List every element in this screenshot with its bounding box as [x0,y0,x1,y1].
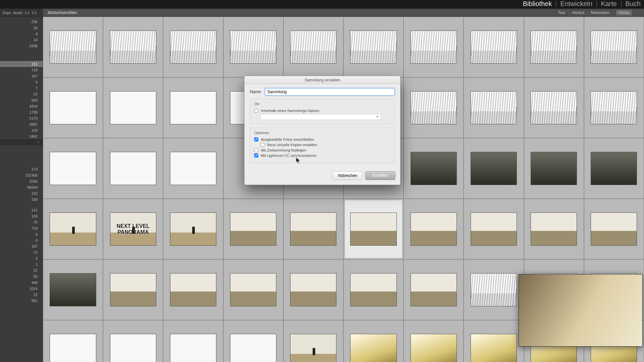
count-row[interactable]: 8 [0,79,43,85]
count-row[interactable]: 132 [0,190,43,196]
grid-cell[interactable] [464,199,524,259]
grid-cell[interactable] [163,199,223,259]
count-row[interactable]: 2 [0,255,43,261]
grid-cell[interactable] [464,77,524,138]
thumbnail[interactable] [591,31,637,63]
thumbnail[interactable] [531,91,577,124]
grid-cell[interactable] [404,77,464,138]
grid-cell[interactable] [43,138,103,199]
thumbnail[interactable] [350,213,396,245]
thumbnail[interactable] [471,213,517,245]
hdr-expo[interactable]: Expo [3,9,11,16]
count-row[interactable]: 7 [0,85,43,91]
create-button[interactable]: Erstellen [365,171,395,180]
grid-cell[interactable] [103,138,163,199]
thumbnail[interactable] [531,152,577,185]
grid-cell[interactable] [283,259,343,320]
thumbnail[interactable] [170,334,216,362]
grid-cell[interactable] [43,17,103,77]
count-row[interactable] [0,49,43,55]
hdr-2-1[interactable]: 2:1 [32,9,37,16]
thumbnail[interactable] [50,91,96,124]
thumbnail[interactable] [50,334,96,362]
grid-cell[interactable] [524,77,584,138]
thumbnail[interactable] [471,334,517,362]
count-row[interactable]: 22 [0,91,43,97]
thumbnail[interactable] [411,152,457,185]
grid-cell[interactable] [163,320,223,362]
thumbnail[interactable] [50,152,96,185]
thumbnail[interactable] [290,213,336,245]
thumbnail[interactable] [350,334,396,362]
grid-cell[interactable] [524,138,584,199]
filter-attribut[interactable]: Attribut [572,10,584,15]
plus-icon[interactable]: + [37,140,40,144]
thumbnail[interactable] [50,273,96,306]
grid-cell[interactable] [223,199,283,259]
include-selected-checkbox[interactable]: Ausgewählte Fotos einschließen [254,137,390,141]
thumbnail[interactable] [411,213,457,245]
target-collection-input[interactable] [254,148,258,152]
grid-cell[interactable] [163,138,223,199]
thumbnail[interactable] [411,334,457,362]
count-row[interactable]: 1739 [0,109,43,115]
thumbnail[interactable] [230,273,276,306]
grid-cell[interactable] [223,259,283,320]
thumbnail[interactable] [290,273,336,306]
count-row[interactable]: 583 [0,97,43,103]
count-row[interactable]: 111 [0,61,43,67]
count-row[interactable]: 86694 [0,184,43,190]
grid-cell[interactable] [43,320,103,362]
count-row[interactable]: 58 [0,274,43,280]
thumbnail[interactable] [110,31,156,63]
count-row[interactable]: 112 [0,207,43,213]
count-row[interactable]: 22 [0,292,43,298]
thumbnail[interactable] [531,31,577,63]
grid-cell[interactable] [103,77,163,138]
thumbnail[interactable] [471,31,517,63]
thumbnail[interactable] [591,213,637,245]
thumbnail[interactable] [50,31,96,63]
grid-cell[interactable]: NEXT LEVEL PANORAMA [103,199,163,259]
grid-cell[interactable] [163,259,223,320]
thumbnail[interactable] [110,91,156,124]
grid-cell[interactable] [43,259,103,320]
grid-cell[interactable] [283,320,343,362]
count-row[interactable]: 3801 [0,121,43,127]
thumbnail[interactable] [591,152,637,185]
thumbnail[interactable] [471,91,517,124]
thumbnail[interactable] [170,31,216,63]
count-row[interactable]: 3914 [0,103,43,109]
grid-cell[interactable] [163,77,223,138]
thumbnail[interactable] [50,213,96,245]
thumbnail[interactable] [531,213,577,245]
thumbnail[interactable] [170,273,216,306]
count-row[interactable]: 14 [0,37,43,43]
count-row[interactable] [0,55,43,61]
grid-cell[interactable] [343,320,404,362]
count-row[interactable]: 173 [0,166,43,172]
count-row[interactable]: 22 [0,267,43,274]
thumbnail[interactable] [110,152,156,185]
grid-cell[interactable] [464,138,524,199]
filter-none[interactable]: Keine [616,10,632,15]
count-row[interactable]: 101955 [0,172,43,178]
inside-set-checkbox[interactable]: Innerhalb eines Sammlungs-Satzes [254,109,390,113]
count-row[interactable]: 18 [0,25,43,31]
grid-cell[interactable] [404,320,464,362]
count-row[interactable]: 100 [0,213,43,219]
count-row[interactable]: 0 [0,237,43,243]
thumbnail[interactable]: NEXT LEVEL PANORAMA [110,213,156,245]
target-collection-checkbox[interactable]: Als Zielsammlung festlegen [254,148,390,152]
grid-cell[interactable] [343,259,404,320]
virtual-copies-input[interactable] [260,143,264,147]
cancel-button[interactable]: Abbrechen [332,171,363,180]
count-row[interactable]: 2175 [0,115,43,121]
thumbnail[interactable] [230,334,276,362]
thumbnail[interactable] [290,31,336,63]
count-row[interactable]: 4 [0,31,43,37]
hdr-1-1[interactable]: 1:1 [24,9,30,16]
grid-cell[interactable] [464,320,524,362]
count-row[interactable]: 236 [0,19,43,25]
grid-cell[interactable] [584,77,644,138]
